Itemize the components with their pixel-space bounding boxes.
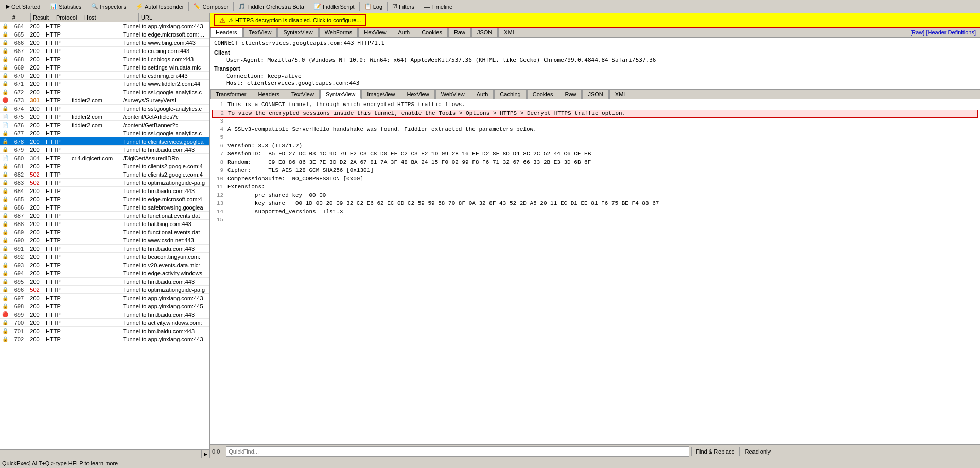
session-row[interactable]: 🔒 670 200 HTTP Tunnel to csdnimg.cn:443 <box>0 72 209 80</box>
session-row[interactable]: 🔒 672 200 HTTP Tunnel to ssl.google-anal… <box>0 88 209 96</box>
tab-resp-caching[interactable]: Caching <box>494 90 526 99</box>
tab-req-syntaxview[interactable]: SyntaxView <box>277 28 318 37</box>
tab-resp-json[interactable]: JSON <box>582 90 608 99</box>
row-num: 666 <box>10 40 26 46</box>
session-row[interactable]: 🔒 677 200 HTTP Tunnel to ssl.google-anal… <box>0 129 209 137</box>
row-icon: 🔒 <box>0 287 10 292</box>
response-tabs: Transformer Headers TextView SyntaxView … <box>210 90 980 99</box>
session-row[interactable]: 🔒 698 200 HTTP Tunnel to app.yinxiang.co… <box>0 302 209 310</box>
filters-button[interactable]: ☑ Filters <box>389 2 418 11</box>
row-protocol: HTTP <box>44 23 69 29</box>
tab-req-cookies[interactable]: Cookies <box>416 28 448 37</box>
response-content: 1 This is a CONNECT tunnel, through whic… <box>210 99 980 444</box>
syntax-view[interactable]: 1 This is a CONNECT tunnel, through whic… <box>210 99 980 444</box>
session-row[interactable]: 🔒 696 502 HTTP Tunnel to optimizationgui… <box>0 286 209 294</box>
session-row[interactable]: 🔒 679 200 HTTP Tunnel to hm.baidu.com:44… <box>0 146 209 154</box>
tab-req-xml[interactable]: XML <box>498 28 521 37</box>
scroll-right-btn[interactable]: ▶ <box>201 450 209 458</box>
row-url: Tunnel to www.bing.com:443 <box>121 40 209 46</box>
tab-resp-xml[interactable]: XML <box>609 90 633 99</box>
row-url: Tunnel to edge.microsoft.com:4 <box>121 196 209 202</box>
tab-req-textview[interactable]: TextView <box>243 28 277 37</box>
row-icon: 🔒 <box>0 130 10 136</box>
row-icon: 🔒 <box>0 196 10 202</box>
session-row[interactable]: 🔒 671 200 HTTP Tunnel to www.fiddler2.co… <box>0 80 209 88</box>
session-row[interactable]: 📄 680 304 HTTP crl4.digicert.com /DigiCe… <box>0 154 209 162</box>
https-warning-box[interactable]: ⚠ ⚠ HTTPS decryption is disabled. Click … <box>214 14 366 26</box>
session-row[interactable]: 🔒 686 200 HTTP Tunnel to safebrowsing.go… <box>0 203 209 212</box>
session-row[interactable]: 🔒 674 200 HTTP Tunnel to ssl.google-anal… <box>0 105 209 113</box>
session-row[interactable]: 🔒 666 200 HTTP Tunnel to www.bing.com:44… <box>0 39 209 47</box>
tab-req-webforms[interactable]: WebForms <box>319 28 358 37</box>
session-row[interactable]: 🔒 665 200 HTTP Tunnel to edge.microsoft.… <box>0 30 209 39</box>
tab-req-json[interactable]: JSON <box>471 28 498 37</box>
session-row[interactable]: 📄 676 200 HTTP fiddler2.com /content/Get… <box>0 121 209 129</box>
row-num: 664 <box>10 23 26 29</box>
session-row[interactable]: 🔒 682 502 HTTP Tunnel to clients2.google… <box>0 170 209 179</box>
tab-resp-syntaxview[interactable]: SyntaxView <box>320 90 361 99</box>
session-row[interactable]: 🔴 699 200 HTTP Tunnel to hm.baidu.com:44… <box>0 310 209 319</box>
session-row[interactable]: 🔒 702 200 HTTP Tunnel to app.yinxiang.co… <box>0 335 209 343</box>
row-protocol: HTTP <box>44 237 69 244</box>
req-raw-link[interactable]: [Raw] [Header Definitions] <box>910 29 976 36</box>
tab-resp-raw[interactable]: Raw <box>559 90 582 99</box>
session-row[interactable]: 🔒 687 200 HTTP Tunnel to functional.even… <box>0 212 209 220</box>
tab-resp-auth[interactable]: Auth <box>471 90 494 99</box>
tab-resp-imageview[interactable]: ImageView <box>361 90 400 99</box>
readonly-button[interactable]: Read only <box>741 447 776 456</box>
timeline-button[interactable]: — Timeline <box>421 3 456 11</box>
tab-resp-headers[interactable]: Headers <box>253 90 286 99</box>
statistics-button[interactable]: 📊 Statistics <box>46 2 85 11</box>
session-row[interactable]: 🔒 697 200 HTTP Tunnel to app.yinxiang.co… <box>0 294 209 302</box>
session-row[interactable]: 🔒 695 200 HTTP Tunnel to hm.baidu.com:44… <box>0 278 209 286</box>
find-replace-button[interactable]: Find & Replace <box>691 447 739 456</box>
session-row[interactable]: 🔒 692 200 HTTP Tunnel to beacon.tingyun.… <box>0 253 209 261</box>
session-row[interactable]: 🔒 669 200 HTTP Tunnel to settings-win.da… <box>0 63 209 72</box>
tab-resp-cookies[interactable]: Cookies <box>527 90 559 99</box>
log-button[interactable]: 📋 Log <box>361 2 386 11</box>
get-started-button[interactable]: ▶ Get Started <box>2 2 44 11</box>
row-url: Tunnel to www.csdn.net:443 <box>121 237 209 244</box>
session-row[interactable]: 🔒 664 200 HTTP Tunnel to app.yinxiang.co… <box>0 22 209 30</box>
session-row[interactable]: 🔒 691 200 HTTP Tunnel to hm.baidu.com:44… <box>0 245 209 253</box>
session-row[interactable]: 🔒 667 200 HTTP Tunnel to cn.bing.com:443 <box>0 47 209 55</box>
tab-resp-textview[interactable]: TextView <box>286 90 320 99</box>
session-row[interactable]: 🔒 678 200 HTTP Tunnel to clientservices.… <box>0 137 209 146</box>
tab-resp-transformer[interactable]: Transformer <box>210 90 252 99</box>
toolbar: ▶ Get Started 📊 Statistics 🔍 Inspectors … <box>0 0 980 13</box>
autoresponder-button[interactable]: ⚡ AutoResponder <box>132 2 187 11</box>
row-url: Tunnel to v20.events.data.micr <box>121 262 209 268</box>
session-row[interactable]: 🔒 668 200 HTTP Tunnel to i.cnblogs.com:4… <box>0 55 209 63</box>
inspectors-button[interactable]: 🔍 Inspectors <box>87 2 130 11</box>
tab-req-auth[interactable]: Auth <box>393 28 416 37</box>
session-row[interactable]: 🔒 690 200 HTTP Tunnel to www.csdn.net:44… <box>0 236 209 245</box>
session-row[interactable]: 🔒 700 200 HTTP Tunnel to activity.window… <box>0 319 209 327</box>
row-num: 671 <box>10 81 26 87</box>
row-icon: 🔒 <box>0 221 10 227</box>
session-row[interactable]: 🔒 683 502 HTTP Tunnel to optimizationgui… <box>0 179 209 187</box>
session-row[interactable]: 🔒 688 200 HTTP Tunnel to bat.bing.com:44… <box>0 220 209 228</box>
tab-req-headers[interactable]: Headers <box>210 28 243 37</box>
fiddlerscript-button[interactable]: 📝 FiddlerScript <box>310 2 358 11</box>
orchestra-button[interactable]: 🎵 Fiddler Orchestra Beta <box>235 2 308 11</box>
session-row[interactable]: 🔒 701 200 HTTP Tunnel to hm.baidu.com:44… <box>0 327 209 335</box>
session-row[interactable]: 🔒 689 200 HTTP Tunnel to functional.even… <box>0 228 209 236</box>
session-row[interactable]: 📄 675 200 HTTP fiddler2.com /content/Get… <box>0 113 209 121</box>
quickfind-input[interactable] <box>226 446 689 457</box>
session-list[interactable]: 🔒 664 200 HTTP Tunnel to app.yinxiang.co… <box>0 22 209 449</box>
session-row[interactable]: 🔒 681 200 HTTP Tunnel to clients2.google… <box>0 162 209 170</box>
composer-button[interactable]: ✏️ Composer <box>190 2 232 11</box>
session-row[interactable]: 🔴 673 301 HTTP fiddler2.com /surveys/Sur… <box>0 96 209 105</box>
tab-req-raw[interactable]: Raw <box>448 28 471 37</box>
tab-req-hexview[interactable]: HexView <box>358 28 392 37</box>
line-content: Extensions: <box>227 184 978 192</box>
session-row[interactable]: 🔒 693 200 HTTP Tunnel to v20.events.data… <box>0 261 209 269</box>
session-row[interactable]: 🔒 684 200 HTTP Tunnel to hm.baidu.com:44… <box>0 187 209 195</box>
session-row[interactable]: 🔒 694 200 HTTP Tunnel to edge.activity.w… <box>0 269 209 278</box>
row-url: Tunnel to app.yinxiang.com:443 <box>121 295 209 301</box>
session-row[interactable]: 🔒 685 200 HTTP Tunnel to edge.microsoft.… <box>0 195 209 203</box>
tab-resp-webview[interactable]: WebView <box>435 90 470 99</box>
row-icon: 🔒 <box>0 64 10 70</box>
tab-resp-hexview[interactable]: HexView <box>401 90 434 99</box>
line-number: 2 <box>213 110 228 117</box>
